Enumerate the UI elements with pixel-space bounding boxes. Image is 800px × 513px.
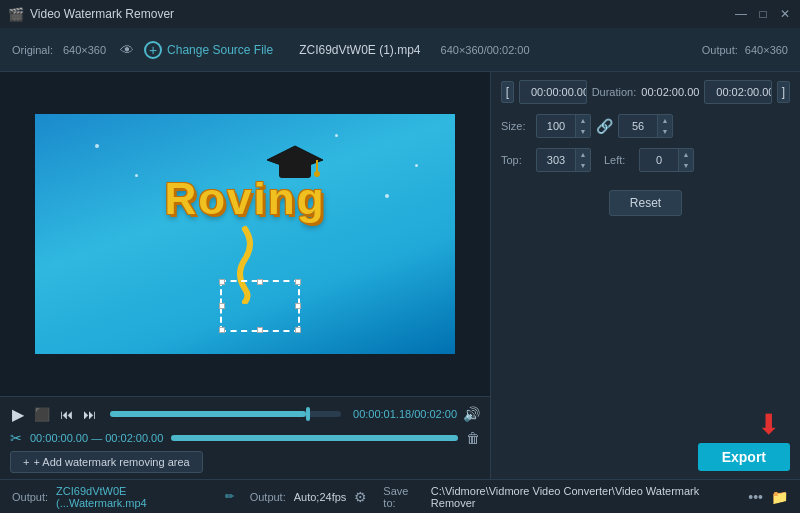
save-to-label: Save to: — [383, 485, 423, 509]
folder-button[interactable]: 📁 — [771, 489, 788, 505]
end-bracket-button[interactable]: ] — [777, 81, 790, 103]
playback-row: ▶ ⬛ ⏮ ⏭ 00:00:01.18/00:02:00 🔊 — [10, 401, 480, 427]
size-w-input[interactable]: ▲ ▼ — [536, 114, 591, 138]
left-up[interactable]: ▲ — [679, 149, 693, 160]
timeline-bar[interactable] — [110, 411, 341, 417]
start-time-field[interactable] — [520, 84, 587, 100]
left-field[interactable] — [640, 152, 678, 168]
time-range-row: [ ▲ ▼ Duration: 00:02:00.00 ▲ ▼ — [501, 80, 790, 104]
app-title: Video Watermark Remover — [30, 7, 174, 21]
clip-delete-button[interactable]: 🗑 — [466, 430, 480, 446]
top-input[interactable]: ▲ ▼ — [536, 148, 591, 172]
size-h-field[interactable] — [619, 118, 657, 134]
timeline-handle[interactable] — [306, 407, 310, 421]
clip-time-range: 00:00:00.00 — 00:02:00.00 — [30, 432, 163, 444]
size-w-field[interactable] — [537, 118, 575, 134]
next-frame-button[interactable]: ⏭ — [81, 405, 98, 424]
top-label: Top: — [501, 154, 531, 166]
add-watermark-plus-icon: + — [23, 456, 29, 468]
file-info: 640×360/00:02:00 — [441, 44, 530, 56]
reset-row: Reset — [501, 186, 790, 216]
sparkle-1 — [95, 144, 99, 148]
play-button[interactable]: ▶ — [10, 403, 26, 426]
duration-label: Duration: — [592, 86, 637, 98]
more-button[interactable]: ••• — [748, 489, 763, 505]
reset-button[interactable]: Reset — [609, 190, 682, 216]
output-label: Output: — [702, 44, 738, 56]
settings-icon[interactable]: ⚙ — [354, 489, 367, 505]
app-icon: 🎬 — [8, 7, 24, 22]
end-time-field[interactable] — [705, 84, 772, 100]
handle-bl[interactable] — [219, 327, 225, 333]
left-label: Left: — [604, 154, 634, 166]
add-source-button[interactable]: + Change Source File — [144, 41, 273, 59]
add-watermark-label: + Add watermark removing area — [33, 456, 189, 468]
sparkle-2 — [135, 174, 138, 177]
link-icon: 🔗 — [596, 118, 613, 134]
output-size: 640×360 — [745, 44, 788, 56]
size-label: Size: — [501, 120, 531, 132]
add-watermark-button[interactable]: + + Add watermark removing area — [10, 451, 203, 473]
size-h-up[interactable]: ▲ — [658, 115, 672, 126]
top-field[interactable] — [537, 152, 575, 168]
top-down[interactable]: ▼ — [576, 160, 590, 171]
size-w-down[interactable]: ▼ — [576, 126, 590, 137]
minimize-button[interactable]: — — [734, 7, 748, 21]
start-bracket-button[interactable]: [ — [501, 81, 514, 103]
bottom-bar: Output: ZCI69dVtW0E (...Watermark.mp4 ✏ … — [0, 479, 800, 513]
left-down[interactable]: ▼ — [679, 160, 693, 171]
sparkle-5 — [415, 164, 418, 167]
toolbar: Original: 640×360 👁 + Change Source File… — [0, 28, 800, 72]
squiggle-icon — [215, 224, 275, 304]
right-panel: [ ▲ ▼ Duration: 00:02:00.00 ▲ ▼ — [490, 72, 800, 479]
title-bar: 🎬 Video Watermark Remover — □ ✕ — [0, 0, 800, 28]
close-button[interactable]: ✕ — [778, 7, 792, 21]
bottom-output-label: Output: — [12, 491, 48, 503]
clip-row: ✂ 00:00:00.00 — 00:02:00.00 🗑 — [10, 427, 480, 449]
titlebar-controls: — □ ✕ — [734, 7, 792, 21]
start-time-input[interactable]: ▲ ▼ — [519, 80, 587, 104]
left-column: Roving — [0, 72, 490, 479]
output-info: Output: 640×360 — [702, 44, 788, 56]
file-name: ZCI69dVtW0E (1).mp4 — [299, 43, 420, 57]
add-source-label: Change Source File — [167, 43, 273, 57]
export-button[interactable]: Export — [698, 443, 790, 471]
duration-value: 00:02:00.00 — [641, 86, 699, 98]
clip-bar[interactable] — [171, 435, 458, 441]
handle-tr[interactable] — [295, 279, 301, 285]
size-row: Size: ▲ ▼ 🔗 ▲ ▼ — [501, 114, 790, 138]
video-preview: Roving — [35, 114, 455, 354]
add-watermark-row: + + Add watermark removing area — [10, 449, 480, 477]
edit-pencil-icon[interactable]: ✏ — [225, 490, 234, 503]
original-size: 640×360 — [63, 44, 106, 56]
svg-rect-2 — [291, 159, 295, 163]
top-up[interactable]: ▲ — [576, 149, 590, 160]
maximize-button[interactable]: □ — [756, 7, 770, 21]
size-h-down[interactable]: ▼ — [658, 126, 672, 137]
grad-hat-icon — [265, 144, 325, 194]
prev-frame-button[interactable]: ⏮ — [58, 405, 75, 424]
eye-icon-button[interactable]: 👁 — [120, 42, 134, 58]
end-time-input[interactable]: ▲ ▼ — [704, 80, 772, 104]
timeline-fill — [110, 411, 306, 417]
clip-fill — [171, 435, 458, 441]
svg-point-4 — [314, 171, 320, 177]
stop-button[interactable]: ⬛ — [32, 405, 52, 424]
save-path: C:\Vidmore\Vidmore Video Converter\Video… — [431, 485, 740, 509]
volume-icon[interactable]: 🔊 — [463, 406, 480, 422]
size-w-up[interactable]: ▲ — [576, 115, 590, 126]
size-h-input[interactable]: ▲ ▼ — [618, 114, 673, 138]
original-label: Original: — [12, 44, 53, 56]
sparkle-3 — [385, 194, 389, 198]
export-section: ⬇ Export — [501, 411, 790, 471]
left-input[interactable]: ▲ ▼ — [639, 148, 694, 172]
video-area: Roving — [0, 72, 490, 396]
handle-bm[interactable] — [257, 327, 263, 333]
handle-rm[interactable] — [295, 303, 301, 309]
titlebar-left: 🎬 Video Watermark Remover — [8, 7, 174, 22]
bottom-format-label: Output: — [250, 491, 286, 503]
sparkle-4 — [335, 134, 338, 137]
position-row: Top: ▲ ▼ Left: ▲ ▼ — [501, 148, 790, 172]
bottom-output-file: ZCI69dVtW0E (...Watermark.mp4 — [56, 485, 217, 509]
handle-br[interactable] — [295, 327, 301, 333]
